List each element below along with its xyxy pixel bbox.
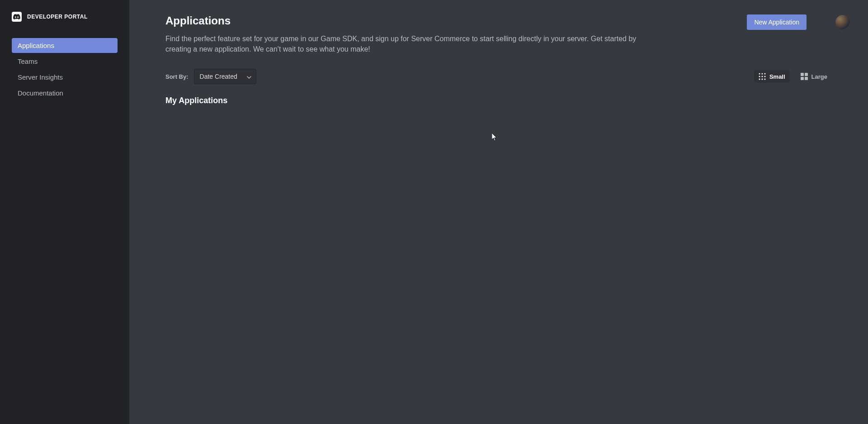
sort-label: Sort By: [165, 73, 189, 80]
svg-point-2 [764, 73, 765, 75]
sidebar-item-documentation[interactable]: Documentation [12, 86, 118, 100]
sidebar: DEVELOPER PORTAL Applications Teams Serv… [0, 0, 129, 424]
page-description: Find the perfect feature set for your ga… [165, 33, 663, 54]
header-row: Applications [165, 14, 832, 27]
sidebar-item-label: Teams [18, 57, 38, 65]
view-toggle-label: Large [811, 73, 827, 80]
sidebar-item-teams[interactable]: Teams [12, 54, 118, 69]
section-title: My Applications [165, 96, 832, 105]
cursor-icon [492, 133, 497, 143]
sidebar-item-label: Applications [18, 42, 54, 49]
controls-row: Sort By: Date Created Small [165, 69, 832, 84]
view-toggle-label: Small [769, 73, 785, 80]
svg-rect-9 [801, 73, 804, 76]
chevron-down-icon [247, 73, 251, 80]
svg-rect-10 [805, 73, 808, 76]
svg-point-5 [764, 76, 765, 77]
svg-rect-11 [801, 77, 804, 80]
svg-point-7 [761, 79, 763, 80]
sort-group: Sort By: Date Created [165, 69, 256, 84]
user-avatar[interactable] [835, 15, 850, 29]
new-application-button[interactable]: New Application [747, 14, 807, 30]
sidebar-item-applications[interactable]: Applications [12, 38, 118, 53]
page-title: Applications [165, 14, 231, 27]
svg-point-4 [761, 76, 763, 77]
grid-large-icon [801, 73, 808, 80]
view-toggle-small[interactable]: Small [754, 70, 790, 83]
view-toggle-large[interactable]: Large [796, 70, 832, 83]
svg-point-0 [759, 73, 760, 75]
svg-point-1 [761, 73, 763, 75]
view-toggles: Small Large [754, 70, 832, 83]
svg-point-3 [759, 76, 760, 77]
grid-small-icon [759, 73, 766, 80]
brand[interactable]: DEVELOPER PORTAL [12, 12, 118, 22]
sort-selected-value: Date Created [200, 73, 237, 80]
sort-select[interactable]: Date Created [194, 69, 256, 84]
header-actions: New Application [747, 14, 850, 30]
brand-title: DEVELOPER PORTAL [27, 14, 88, 20]
svg-point-8 [764, 79, 765, 80]
sidebar-item-label: Server Insights [18, 73, 63, 81]
svg-point-6 [759, 79, 760, 80]
main-content: Applications New Application Find the pe… [129, 0, 868, 424]
svg-rect-12 [805, 77, 808, 80]
sidebar-item-server-insights[interactable]: Server Insights [12, 70, 118, 85]
discord-logo-icon [12, 12, 22, 22]
sidebar-item-label: Documentation [18, 89, 63, 97]
